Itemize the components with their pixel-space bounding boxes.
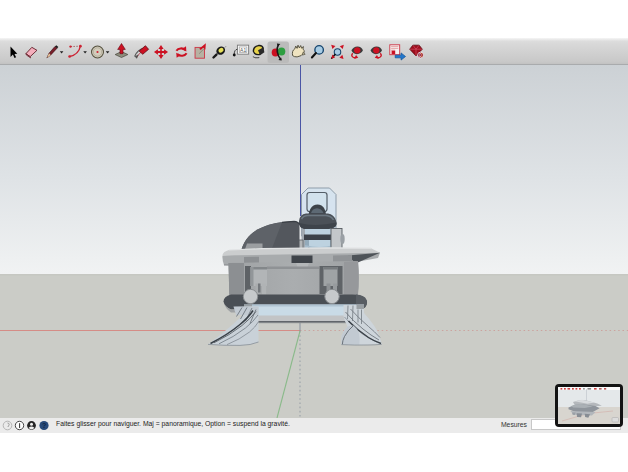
svg-text:A1: A1 — [240, 48, 246, 53]
svg-text:0: 0 — [419, 53, 422, 58]
